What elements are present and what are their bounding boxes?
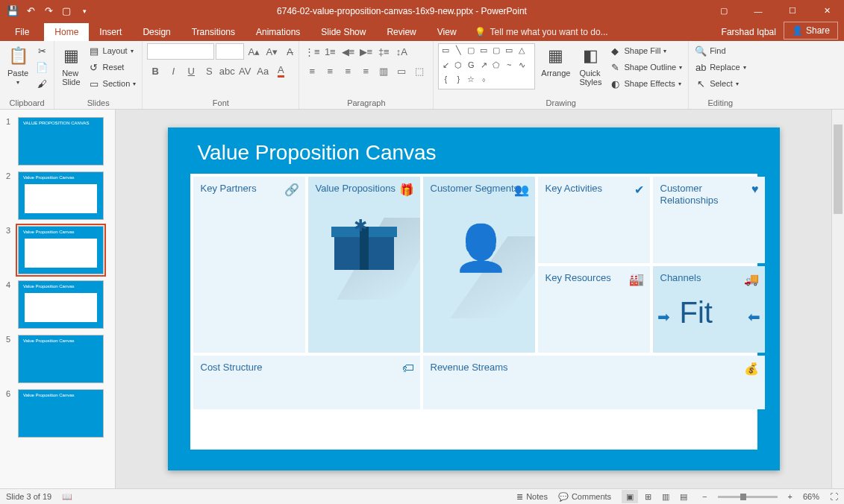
justify-button[interactable]: ≡ [357, 63, 374, 79]
zoom-slider[interactable] [718, 496, 778, 498]
align-center-button[interactable]: ≡ [322, 63, 338, 79]
tab-view[interactable]: View [427, 23, 467, 41]
undo-icon[interactable]: ↶ [22, 3, 39, 19]
paste-button[interactable]: 📋 Paste ▾ [4, 43, 31, 87]
shape-effects-button[interactable]: ◐Shape Effects▾ [607, 76, 684, 91]
cut-button[interactable]: ✂ [34, 43, 49, 58]
underline-button[interactable]: U [183, 63, 199, 79]
slide-thumbnail-5[interactable]: Value Proposition Canvas [18, 335, 104, 383]
normal-view-button[interactable]: ▣ [622, 490, 638, 503]
save-icon[interactable]: 💾 [4, 3, 21, 19]
numbering-button[interactable]: 1≡ [322, 43, 338, 60]
font-size-combo[interactable] [216, 43, 244, 60]
slide-thumbnail-panel: 1VALUE PROPOSITION CANVAS 2Value Proposi… [0, 110, 116, 488]
change-case-button[interactable]: Aa [254, 63, 271, 79]
replace-button[interactable]: abReplace▾ [693, 60, 747, 75]
char-spacing-button[interactable]: AV [237, 63, 253, 79]
redo-icon[interactable]: ↷ [40, 3, 57, 19]
copy-button[interactable]: 📄 [34, 60, 49, 75]
line-spacing-button[interactable]: ‡≡ [375, 43, 392, 60]
slide-title[interactable]: Value Proposition Canvas [198, 141, 437, 165]
layout-button[interactable]: ▤Layout▾ [87, 43, 138, 58]
slide-sorter-button[interactable]: ⊞ [640, 490, 656, 503]
signed-in-user[interactable]: Farshad Iqbal [714, 23, 784, 41]
cell-key-partners[interactable]: Key Partners🔗 [193, 177, 305, 353]
slide-thumbnail-2[interactable]: Value Proposition Canvas [18, 171, 104, 220]
cell-revenue-streams[interactable]: Revenue Streams💰 [423, 356, 765, 409]
find-button[interactable]: 🔍Find [693, 43, 747, 58]
minimize-button[interactable]: ― [741, 0, 775, 22]
reading-view-button[interactable]: ▥ [657, 490, 674, 503]
tab-home[interactable]: Home [44, 23, 89, 41]
cell-channels[interactable]: Channels🚚 ➡ Fit ⬅ [653, 266, 765, 353]
slide-counter[interactable]: Slide 3 of 19 [6, 492, 51, 501]
cell-key-activities[interactable]: Key Activities✔ [538, 177, 650, 263]
format-painter-button[interactable]: 🖌 [34, 76, 49, 91]
font-color-button[interactable]: A [272, 63, 289, 79]
ribbon-options-icon[interactable]: ▢ [707, 0, 741, 22]
reset-button[interactable]: ↺Reset [87, 60, 138, 75]
shape-outline-button[interactable]: ✎Shape Outline▾ [607, 60, 684, 75]
notes-button[interactable]: ≣Notes [516, 492, 548, 502]
zoom-in-button[interactable]: + [788, 492, 793, 501]
new-slide-button[interactable]: ▦ New Slide [59, 43, 83, 88]
text-direction-button[interactable]: ↕A [393, 43, 410, 60]
vertical-scrollbar[interactable] [831, 110, 844, 488]
shadow-button[interactable]: abc [219, 63, 235, 79]
cell-customer-relationships[interactable]: Customer Relationships♥ [653, 177, 765, 263]
bold-button[interactable]: B [147, 63, 163, 79]
spell-check-icon[interactable]: 📖 [62, 492, 72, 502]
cell-customer-segments[interactable]: Customer Segments👥 👤 [423, 177, 535, 353]
decrease-indent-button[interactable]: ◀≡ [340, 43, 356, 60]
shape-fill-button[interactable]: ◆Shape Fill▾ [607, 43, 684, 58]
tab-animations[interactable]: Animations [246, 23, 310, 41]
clear-formatting-button[interactable]: A̶ [281, 43, 298, 60]
slide-thumbnail-4[interactable]: Value Proposition Canvas [18, 280, 104, 329]
scrollbar-thumb[interactable] [834, 125, 843, 214]
tab-transitions[interactable]: Transitions [181, 23, 246, 41]
comments-button[interactable]: 💬Comments [558, 492, 611, 502]
select-button[interactable]: ↖Select▾ [693, 76, 747, 91]
columns-button[interactable]: ▥ [375, 63, 392, 79]
tab-insert[interactable]: Insert [89, 23, 132, 41]
tab-design[interactable]: Design [132, 23, 181, 41]
slide-thumbnail-6[interactable]: Value Proposition Canvas [18, 389, 104, 438]
close-button[interactable]: ✕ [810, 0, 844, 22]
zoom-level[interactable]: 66% [803, 492, 819, 501]
slide-canvas[interactable]: Value Proposition Canvas Key Partners🔗 K… [168, 127, 780, 470]
tab-file[interactable]: File [0, 23, 44, 41]
font-family-combo[interactable] [147, 43, 214, 60]
slide-thumbnail-3[interactable]: Value Proposition Canvas [18, 226, 104, 274]
smartart-button[interactable]: ⬚ [411, 63, 428, 79]
qat-customize-icon[interactable]: ▾ [76, 3, 93, 19]
tab-review[interactable]: Review [376, 23, 426, 41]
increase-indent-button[interactable]: ▶≡ [357, 43, 374, 60]
increase-font-button[interactable]: A▴ [246, 43, 262, 60]
fit-to-window-button[interactable]: ⛶ [830, 492, 838, 501]
share-button[interactable]: 👤 Share [784, 22, 838, 40]
arrange-button[interactable]: ▦ Arrange [538, 43, 573, 79]
start-from-beginning-icon[interactable]: ▢ [58, 3, 75, 19]
slideshow-view-button[interactable]: ▤ [675, 490, 692, 503]
slide-thumbnail-1[interactable]: VALUE PROPOSITION CANVAS [18, 117, 104, 166]
bullets-button[interactable]: ⋮≡ [304, 43, 320, 60]
align-text-button[interactable]: ▭ [393, 63, 410, 79]
tell-me-search[interactable]: 💡 Tell me what you want to do... [467, 23, 616, 41]
cell-cost-structure[interactable]: Cost Structure🏷 [193, 356, 420, 409]
align-right-button[interactable]: ≡ [340, 63, 356, 79]
maximize-button[interactable]: ☐ [775, 0, 810, 22]
align-left-button[interactable]: ≡ [304, 63, 320, 79]
section-button[interactable]: ▭Section▾ [87, 76, 138, 91]
slide-editor[interactable]: Value Proposition Canvas Key Partners🔗 K… [116, 110, 831, 488]
strikethrough-button[interactable]: S [201, 63, 217, 79]
tab-slideshow[interactable]: Slide Show [310, 23, 376, 41]
cell-value-propositions[interactable]: Value Propositions🎁 ✱ [308, 177, 420, 353]
zoom-out-button[interactable]: − [702, 492, 707, 501]
quick-styles-button[interactable]: ◧ Quick Styles [576, 43, 604, 88]
cell-key-resources[interactable]: Key Resources🏭 [538, 266, 650, 353]
shapes-gallery[interactable]: ▭╲▢▭▢▭ △↙⬡G↗⬠ ~∿{}☆⬨ [438, 43, 535, 89]
italic-button[interactable]: I [165, 63, 181, 79]
zoom-handle[interactable] [740, 494, 746, 500]
window-controls: ▢ ― ☐ ✕ [707, 0, 844, 22]
decrease-font-button[interactable]: A▾ [263, 43, 280, 60]
